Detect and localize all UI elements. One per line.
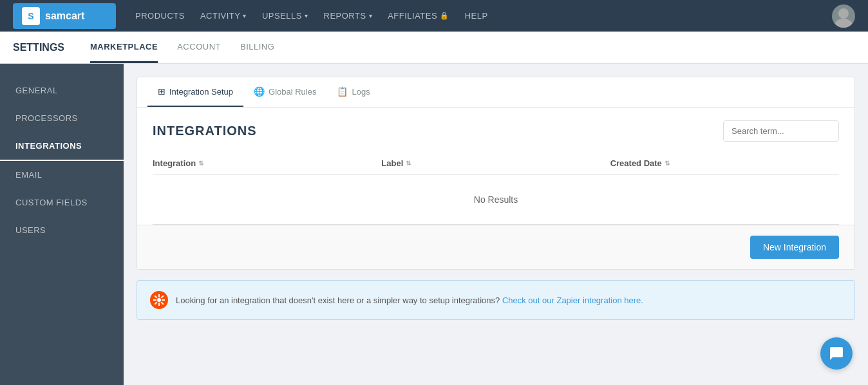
svg-point-0 (838, 8, 849, 19)
globe-icon: 🌐 (254, 86, 265, 97)
col-created-date: Created Date ⇅ (610, 158, 839, 168)
tab-account[interactable]: ACCOUNT (177, 32, 221, 63)
sidebar-item-integrations[interactable]: INTEGRATIONS (0, 132, 124, 161)
sidebar-item-custom-fields[interactable]: CUSTOM FIELDS (0, 189, 124, 216)
svg-point-1 (835, 19, 853, 28)
table-header-row: Integration ⇅ Label ⇅ Created Date ⇅ (153, 152, 839, 175)
sort-icon[interactable]: ⇅ (198, 160, 203, 167)
new-integration-button[interactable]: New Integration (750, 236, 839, 259)
sort-icon[interactable]: ⇅ (665, 160, 670, 167)
zapier-icon (150, 291, 168, 309)
integrations-card: ⊞ Integration Setup 🌐 Global Rules 📋 Log… (137, 77, 855, 270)
integrations-title: INTEGRATIONS (153, 124, 257, 138)
sidebar-item-users[interactable]: USERS (0, 216, 124, 244)
tab-billing[interactable]: BILLING (240, 32, 274, 63)
nav-reports[interactable]: REPORTS ▾ (324, 11, 373, 21)
nav-affiliates[interactable]: AFFILIATES 🔒 (388, 11, 449, 21)
integrations-header: INTEGRATIONS (137, 108, 854, 152)
content-area: ⊞ Integration Setup 🌐 Global Rules 📋 Log… (124, 64, 868, 385)
nav-help[interactable]: HELP (465, 11, 488, 21)
sidebar-item-email[interactable]: EMAIL (0, 161, 124, 189)
integrations-table: Integration ⇅ Label ⇅ Created Date ⇅ No … (137, 152, 854, 225)
svg-line-10 (155, 302, 157, 305)
col-label: Label ⇅ (381, 158, 610, 168)
tab-integration-setup[interactable]: ⊞ Integration Setup (147, 77, 243, 107)
chat-button[interactable] (820, 337, 853, 370)
sidebar-item-general[interactable]: GENERAL (0, 77, 124, 104)
main-layout: GENERAL PROCESSORS INTEGRATIONS EMAIL CU… (0, 64, 868, 385)
sidebar: GENERAL PROCESSORS INTEGRATIONS EMAIL CU… (0, 64, 124, 385)
tab-marketplace[interactable]: MARKETPLACE (90, 32, 158, 63)
nav-upsells[interactable]: UPSELLS ▾ (262, 11, 308, 21)
info-text: Looking for an integration that doesn't … (176, 296, 643, 305)
nav-activity[interactable]: ACTIVITY ▾ (200, 11, 247, 21)
inner-tabs: ⊞ Integration Setup 🌐 Global Rules 📋 Log… (137, 77, 854, 108)
top-navigation: S samcart PRODUCTS ACTIVITY ▾ UPSELLS ▾ … (0, 0, 868, 32)
grid-icon: ⊞ (158, 86, 165, 97)
table-footer: New Integration (137, 225, 854, 269)
tab-logs[interactable]: 📋 Logs (326, 77, 380, 107)
lock-icon: 🔒 (440, 12, 449, 20)
zapier-link[interactable]: Check out our Zapier integration here. (502, 296, 643, 305)
settings-header: SETTINGS MARKETPLACE ACCOUNT BILLING (0, 32, 868, 64)
logs-icon: 📋 (337, 86, 348, 97)
settings-tabs: MARKETPLACE ACCOUNT BILLING (90, 32, 274, 63)
nav-items: PRODUCTS ACTIVITY ▾ UPSELLS ▾ REPORTS ▾ … (135, 11, 813, 21)
chevron-down-icon: ▾ (369, 12, 373, 19)
search-wrapper (723, 120, 839, 142)
logo[interactable]: S samcart (13, 3, 116, 29)
svg-point-2 (157, 298, 161, 302)
search-input[interactable] (723, 120, 839, 142)
chevron-down-icon: ▾ (305, 12, 308, 19)
nav-products[interactable]: PRODUCTS (135, 11, 185, 21)
sort-icon[interactable]: ⇅ (406, 160, 411, 167)
tab-global-rules[interactable]: 🌐 Global Rules (243, 77, 326, 107)
svg-line-8 (161, 302, 164, 305)
user-avatar[interactable] (832, 5, 855, 28)
logo-icon: S (22, 7, 40, 25)
svg-line-7 (155, 296, 157, 298)
settings-title: SETTINGS (13, 42, 64, 53)
no-results-message: No Results (153, 175, 839, 225)
logo-text: samcart (45, 10, 84, 22)
svg-line-9 (161, 296, 164, 298)
info-banner: Looking for an integration that doesn't … (137, 280, 855, 320)
sidebar-item-processors[interactable]: PROCESSORS (0, 104, 124, 132)
chevron-down-icon: ▾ (243, 12, 247, 19)
col-integration: Integration ⇅ (153, 158, 381, 168)
